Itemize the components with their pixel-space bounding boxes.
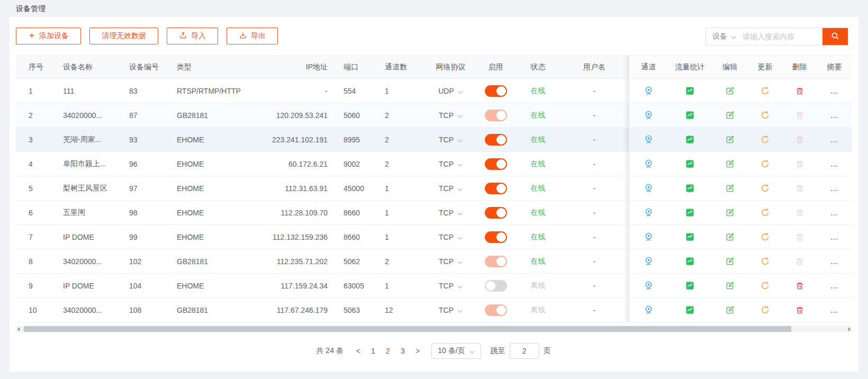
page-number-3[interactable]: 3 bbox=[395, 347, 410, 355]
edit-icon[interactable] bbox=[725, 232, 735, 242]
edit-icon[interactable] bbox=[725, 159, 735, 169]
enable-toggle[interactable] bbox=[485, 85, 507, 97]
add-device-button[interactable]: 添加设备 bbox=[16, 28, 81, 44]
delete-trash-icon[interactable] bbox=[795, 208, 804, 218]
scrollbar-thumb[interactable] bbox=[24, 326, 791, 332]
clean-invalid-data-button[interactable]: 清理无效数据 bbox=[89, 28, 158, 44]
channel-camera-icon[interactable] bbox=[644, 207, 654, 218]
enable-toggle[interactable] bbox=[485, 304, 507, 316]
protocol-select[interactable]: TCP bbox=[439, 111, 463, 120]
enable-toggle[interactable] bbox=[485, 134, 507, 146]
traffic-stats-icon[interactable] bbox=[685, 281, 695, 291]
channel-camera-icon[interactable] bbox=[644, 86, 654, 96]
refresh-icon[interactable] bbox=[760, 281, 770, 291]
traffic-stats-icon[interactable] bbox=[685, 159, 695, 169]
refresh-icon[interactable] bbox=[760, 207, 770, 218]
enable-toggle[interactable] bbox=[485, 207, 507, 219]
summary-ellipsis[interactable]: ... bbox=[830, 282, 838, 290]
refresh-icon[interactable] bbox=[760, 232, 770, 242]
horizontal-scrollbar[interactable] bbox=[16, 326, 852, 332]
traffic-stats-icon[interactable] bbox=[685, 134, 695, 145]
export-button[interactable]: 导出 bbox=[227, 28, 278, 44]
enable-toggle[interactable] bbox=[485, 231, 507, 243]
refresh-icon[interactable] bbox=[760, 86, 770, 96]
summary-ellipsis[interactable]: ... bbox=[830, 87, 838, 95]
traffic-stats-icon[interactable] bbox=[685, 232, 695, 242]
channel-camera-icon[interactable] bbox=[644, 305, 654, 315]
protocol-select[interactable]: TCP bbox=[439, 282, 463, 290]
channel-camera-icon[interactable] bbox=[644, 110, 654, 120]
search-input[interactable] bbox=[739, 28, 822, 45]
traffic-stats-icon[interactable] bbox=[685, 183, 695, 193]
protocol-select[interactable]: TCP bbox=[439, 306, 463, 314]
delete-trash-icon[interactable] bbox=[795, 86, 804, 96]
protocol-select[interactable]: TCP bbox=[439, 209, 463, 217]
traffic-stats-icon[interactable] bbox=[685, 86, 695, 96]
traffic-stats-icon[interactable] bbox=[685, 256, 695, 266]
protocol-select[interactable]: TCP bbox=[439, 184, 463, 193]
protocol-select[interactable]: TCP bbox=[439, 160, 463, 168]
edit-icon[interactable] bbox=[725, 134, 735, 145]
scroll-left-arrow-icon[interactable] bbox=[17, 327, 20, 331]
jump-to-input[interactable] bbox=[510, 343, 539, 359]
scroll-right-arrow-icon[interactable] bbox=[848, 327, 851, 331]
delete-trash-icon[interactable] bbox=[795, 184, 804, 193]
edit-icon[interactable] bbox=[725, 86, 735, 96]
enable-toggle[interactable] bbox=[485, 110, 507, 121]
edit-icon[interactable] bbox=[725, 256, 735, 266]
delete-trash-icon[interactable] bbox=[795, 159, 804, 169]
refresh-icon[interactable] bbox=[760, 183, 770, 193]
page-number-2-current[interactable]: 2 bbox=[381, 347, 395, 355]
page-size-select[interactable]: 10 条/页 bbox=[431, 343, 481, 359]
traffic-stats-icon[interactable] bbox=[685, 305, 695, 315]
summary-ellipsis[interactable]: ... bbox=[830, 136, 838, 144]
refresh-icon[interactable] bbox=[760, 134, 770, 145]
channel-camera-icon[interactable] bbox=[644, 256, 654, 266]
edit-icon[interactable] bbox=[725, 207, 735, 218]
summary-ellipsis[interactable]: ... bbox=[830, 111, 838, 120]
delete-trash-icon[interactable] bbox=[795, 257, 804, 266]
refresh-icon[interactable] bbox=[760, 305, 770, 315]
summary-ellipsis[interactable]: ... bbox=[830, 233, 838, 241]
prev-page-button[interactable]: < bbox=[351, 347, 366, 355]
channel-camera-icon[interactable] bbox=[644, 183, 654, 193]
protocol-select[interactable]: UDP bbox=[438, 87, 463, 95]
refresh-icon[interactable] bbox=[760, 159, 770, 169]
search-category-select[interactable]: 设备 bbox=[706, 28, 739, 45]
enable-toggle[interactable] bbox=[485, 256, 507, 267]
protocol-select[interactable]: TCP bbox=[439, 136, 463, 144]
enable-toggle[interactable] bbox=[485, 280, 507, 292]
summary-ellipsis[interactable]: ... bbox=[830, 160, 838, 168]
channel-camera-icon[interactable] bbox=[644, 232, 654, 242]
channel-camera-icon[interactable] bbox=[644, 159, 654, 169]
delete-trash-icon[interactable] bbox=[795, 305, 804, 315]
channel-camera-icon[interactable] bbox=[644, 134, 654, 145]
traffic-stats-icon[interactable] bbox=[685, 207, 695, 218]
enable-toggle[interactable] bbox=[485, 183, 507, 194]
refresh-icon[interactable] bbox=[760, 256, 770, 266]
delete-trash-icon[interactable] bbox=[795, 232, 804, 242]
delete-trash-icon[interactable] bbox=[795, 281, 804, 291]
channel-camera-icon[interactable] bbox=[644, 281, 654, 291]
summary-ellipsis[interactable]: ... bbox=[830, 184, 838, 193]
summary-ellipsis[interactable]: ... bbox=[830, 306, 838, 314]
protocol-select[interactable]: TCP bbox=[439, 257, 463, 266]
refresh-icon[interactable] bbox=[760, 110, 770, 120]
search-button[interactable] bbox=[822, 28, 848, 45]
import-button[interactable]: 导入 bbox=[167, 28, 218, 44]
page-number-1[interactable]: 1 bbox=[366, 347, 381, 355]
cell-enable bbox=[475, 201, 516, 225]
summary-ellipsis[interactable]: ... bbox=[830, 209, 838, 217]
enable-toggle[interactable] bbox=[485, 158, 507, 170]
edit-icon[interactable] bbox=[725, 305, 735, 315]
edit-icon[interactable] bbox=[725, 281, 735, 291]
delete-trash-icon[interactable] bbox=[795, 111, 804, 120]
edit-icon[interactable] bbox=[725, 110, 735, 120]
next-page-button[interactable]: > bbox=[410, 347, 425, 355]
traffic-stats-icon[interactable] bbox=[685, 110, 695, 120]
cell-index: 2 bbox=[16, 103, 56, 128]
edit-icon[interactable] bbox=[725, 183, 735, 193]
summary-ellipsis[interactable]: ... bbox=[830, 257, 838, 266]
protocol-select[interactable]: TCP bbox=[439, 233, 463, 241]
delete-trash-icon[interactable] bbox=[795, 135, 804, 145]
